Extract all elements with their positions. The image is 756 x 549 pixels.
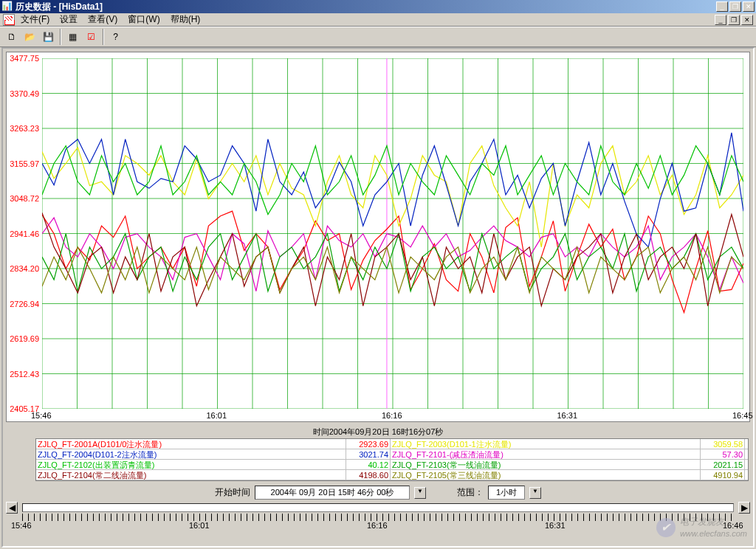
y-tick: 2941.46	[7, 229, 39, 238]
x-tick: 16:01	[207, 411, 227, 420]
menubar: 文件(F) 设置 查看(V) 窗口(W) 帮助(H) _ ❐ ✕	[0, 13, 756, 27]
legend-value: 57.30	[701, 449, 745, 459]
watermark-brand: 电子发烧友	[680, 517, 724, 527]
save-button[interactable]: 💾	[40, 29, 57, 45]
x-axis: 15:4616:0116:1616:3116:45	[42, 411, 746, 421]
mdi-close-button[interactable]: ✕	[741, 15, 753, 25]
window-title: 历史数据 - [HisData1]	[16, 1, 716, 13]
legend-value: 40.12	[346, 460, 391, 469]
menu-help[interactable]: 帮助(H)	[166, 13, 205, 27]
x-tick: 16:45	[732, 411, 753, 420]
new-button[interactable]: 🗋	[3, 29, 20, 45]
x-tick: 15:46	[31, 411, 52, 420]
scroll-ticks: 15:4616:0116:1616:3116:46	[22, 521, 734, 531]
help-button[interactable]: ?	[107, 29, 124, 45]
mdi-maximize-button[interactable]: ❐	[728, 15, 740, 25]
range-label: 范围：	[457, 486, 484, 499]
legend-row: ZJLQ_FT-2104(常二线油流量)4198.60ZJLQ_FT-2105(…	[36, 470, 748, 480]
minimize-button[interactable]: _	[716, 1, 728, 12]
workspace: 3477.753370.493263.233155.973048.722941.…	[1, 47, 755, 548]
start-time-spinner[interactable]: ▼	[414, 487, 426, 499]
y-tick: 3263.23	[7, 124, 39, 133]
bottom-tick: 16:31	[545, 521, 566, 530]
bottom-tick: 15:46	[11, 521, 32, 530]
chart-plot[interactable]	[42, 58, 743, 409]
maximize-button[interactable]: ❐	[729, 1, 741, 12]
open-button[interactable]: 📂	[21, 29, 38, 45]
scroll-track[interactable]	[22, 503, 734, 512]
menu-view[interactable]: 查看(V)	[83, 13, 122, 27]
y-tick: 2726.94	[7, 300, 39, 308]
app-icon: 📊	[1, 1, 13, 13]
bottom-tick: 16:16	[367, 521, 388, 530]
y-tick: 3048.72	[7, 194, 39, 203]
cursor-time-label: 时间2004年09月20日 16时16分07秒	[3, 427, 753, 438]
controls-row: 开始时间 2004年 09月 20日 15时 46分 00秒 ▼ 范围： 1小时…	[3, 486, 753, 500]
y-tick: 3477.75	[7, 54, 39, 63]
y-tick: 2619.69	[7, 334, 39, 343]
legend-name: ZJLQ_FT-2103(常一线油流量)	[391, 460, 701, 469]
legend-name: ZJLQ_FT-2102(出装置沥青流量)	[36, 460, 346, 469]
mdi-doc-icon[interactable]	[3, 14, 15, 26]
toolbar: 🗋 📂 💾 ▦ ☑ ?	[0, 27, 756, 47]
chart-area: 3477.753370.493263.233155.973048.722941.…	[6, 52, 750, 422]
legend-value: 4910.94	[701, 470, 745, 480]
range-spinner[interactable]: ▼	[529, 487, 541, 499]
legend-name: ZJLQ_FT-2001A(D101/0注水流量)	[36, 439, 346, 449]
y-tick: 3155.97	[7, 159, 39, 168]
start-time-input[interactable]: 2004年 09月 20日 15时 46分 00秒	[255, 486, 410, 500]
y-tick: 2834.20	[7, 264, 39, 273]
x-tick: 16:31	[557, 411, 578, 420]
legend-value: 2021.15	[701, 460, 745, 469]
watermark: ✔ 电子发烧友 www.elecfans.com	[656, 516, 747, 539]
x-tick: 16:16	[382, 411, 402, 420]
range-input[interactable]: 1小时	[488, 486, 525, 500]
check-button[interactable]: ☑	[83, 29, 100, 45]
watermark-url: www.elecfans.com	[680, 529, 747, 538]
y-tick: 3370.49	[7, 89, 39, 98]
legend-row: ZJLQ_FT-2102(出装置沥青流量)40.12ZJLQ_FT-2103(常…	[36, 460, 748, 470]
legend-value: 3021.74	[346, 449, 391, 459]
y-tick: 2512.43	[7, 370, 39, 379]
legend-value: 3059.58	[701, 439, 745, 449]
bottom-tick: 16:01	[189, 521, 210, 530]
start-time-label: 开始时间	[215, 486, 250, 499]
legend-name: ZJLQ_FT-2003(D101-1注水流量)	[391, 439, 701, 449]
menu-file[interactable]: 文件(F)	[16, 13, 54, 27]
legend-row: ZJLQ_FT-2001A(D101/0注水流量)2923.69ZJLQ_FT-…	[36, 439, 748, 449]
legend-name: ZJLQ_FT-2004(D101-2注水流量)	[36, 449, 346, 459]
legend-row: ZJLQ_FT-2004(D101-2注水流量)3021.74ZJLQ_FT-2…	[36, 449, 748, 460]
legend-value: 2923.69	[346, 439, 391, 449]
legend-table: ZJLQ_FT-2001A(D101/0注水流量)2923.69ZJLQ_FT-…	[35, 438, 749, 481]
legend-value: 4198.60	[346, 470, 391, 480]
scroll-ruler	[22, 514, 734, 521]
watermark-icon: ✔	[656, 518, 676, 537]
legend-name: ZJLQ_FT-2101-(减压渣油流量)	[391, 449, 701, 459]
menu-settings[interactable]: 设置	[55, 13, 82, 27]
titlebar: 📊 历史数据 - [HisData1] _ ❐ ✕	[0, 0, 756, 13]
menu-window[interactable]: 窗口(W)	[123, 13, 164, 27]
legend-name: ZJLQ_FT-2105(常三线油流量)	[391, 470, 701, 480]
legend-name: ZJLQ_FT-2104(常二线油流量)	[36, 470, 346, 480]
time-scroll-row: ◀ ▶ 15:4616:0116:1616:3116:46	[6, 502, 750, 531]
grid-button[interactable]: ▦	[64, 29, 81, 45]
close-button[interactable]: ✕	[743, 1, 755, 12]
scroll-right-button[interactable]: ▶	[738, 502, 750, 514]
mdi-minimize-button[interactable]: _	[715, 15, 726, 25]
scroll-left-button[interactable]: ◀	[6, 502, 18, 514]
